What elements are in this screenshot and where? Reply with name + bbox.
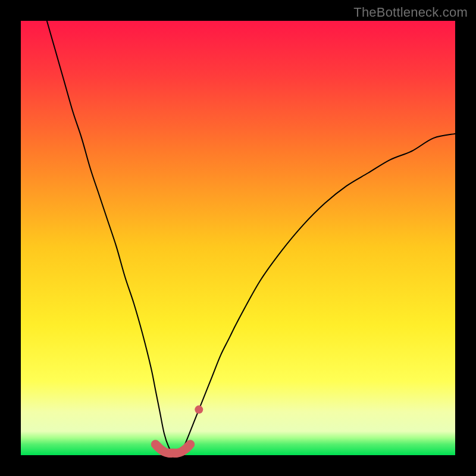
- plot-area: [21, 21, 455, 455]
- chart-container: TheBottleneck.com: [0, 0, 476, 476]
- gradient-background: [21, 21, 455, 455]
- bottleneck-chart: [0, 0, 476, 476]
- watermark: TheBottleneck.com: [353, 5, 468, 20]
- marker-dot: [195, 405, 203, 414]
